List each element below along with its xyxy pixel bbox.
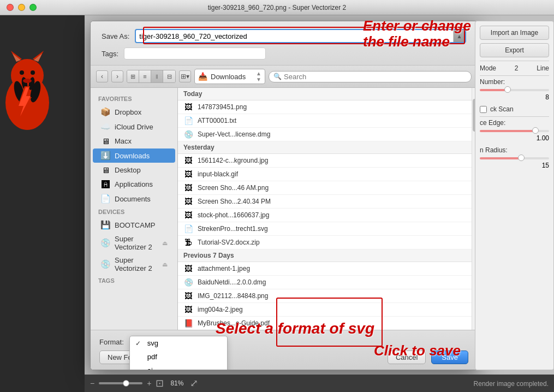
ckscan-row: ck Scan: [480, 105, 549, 113]
cancel-button[interactable]: Cancel: [388, 351, 426, 364]
cover-flow-button[interactable]: ⊟: [163, 70, 175, 82]
location-selector[interactable]: 📥 Downloads ▲▼: [194, 69, 265, 84]
number-label: Number:: [480, 78, 505, 86]
window-controls[interactable]: [7, 4, 37, 11]
format-option-svg[interactable]: ✓ svg: [130, 336, 227, 350]
tags-label: Tags:: [102, 50, 118, 58]
sidebar-item-label: Downloads: [115, 152, 150, 160]
file-name: attachment-1.jpeg: [198, 265, 250, 272]
format-option-label: ai: [147, 366, 153, 370]
cedge-slider-track[interactable]: [480, 130, 549, 132]
number-slider-thumb[interactable]: [504, 86, 511, 93]
status-text: Render image completed.: [474, 380, 549, 388]
file-item[interactable]: 🗜 Tutorial-SV2.docx.zip: [178, 236, 472, 250]
mode-label: Mode: [480, 64, 496, 72]
nradius-slider-thumb[interactable]: [518, 155, 525, 161]
expand-path-button[interactable]: ▲: [453, 30, 465, 42]
file-item[interactable]: 🖼 Screen Sho...2.40.34 PM: [178, 195, 472, 209]
tags-input[interactable]: [124, 47, 266, 60]
export-button[interactable]: Export: [480, 43, 549, 57]
macx-icon: 🖥: [100, 136, 110, 146]
file-item[interactable]: 🖼 stock-phot...1660637.jpg: [178, 209, 472, 222]
sidebar-item-documents[interactable]: 📄 Documents: [93, 192, 175, 206]
sidebar-item-label: Desktop: [115, 166, 141, 174]
file-item[interactable]: 📕 MyBrushes...c-Guide.pdf: [178, 317, 472, 330]
zoom-plus-button[interactable]: +: [147, 379, 151, 388]
save-dialog: Save As: ▲ Tags: ‹ › ⊞ ≡ ⫴: [90, 21, 478, 370]
sidebar-item-downloads[interactable]: ⬇️ Downloads: [93, 149, 175, 163]
maximize-button[interactable]: [29, 4, 37, 11]
save-as-input[interactable]: [136, 30, 453, 42]
sidebar-item-macx[interactable]: 🖥 Macx: [93, 134, 175, 148]
disk-icon-2: 💿: [100, 259, 110, 269]
column-view-button[interactable]: ⫴: [151, 70, 163, 82]
svg-point-7: [31, 70, 35, 75]
save-button[interactable]: Save: [431, 351, 468, 364]
number-slider-track[interactable]: [480, 89, 549, 91]
file-item[interactable]: 🖼 input-black.gif: [178, 168, 472, 181]
file-name: Screen Sho...2.40.34 PM: [198, 198, 271, 205]
search-input[interactable]: [284, 73, 467, 81]
sidebar-item-sv2-2[interactable]: 💿 Super Vectorizer 2 ⏏: [93, 254, 175, 275]
file-item[interactable]: 🖼 IMG_02112...84848.png: [178, 289, 472, 303]
format-option-label: svg: [147, 339, 158, 347]
file-icon: 🖼: [183, 183, 193, 192]
eject-icon[interactable]: ⏏: [162, 240, 168, 247]
file-name: 1478739451.png: [198, 103, 247, 111]
file-name: ATT00001.txt: [198, 117, 236, 124]
file-item[interactable]: 📄 StrekenPro...trecht1.svg: [178, 222, 472, 236]
sidebar-item-desktop[interactable]: 🖥 Desktop: [93, 163, 175, 177]
sidebar-item-applications[interactable]: 🅰 Applications: [93, 177, 175, 191]
fullscreen-button[interactable]: ⤢: [190, 377, 198, 389]
zoom-slider-thumb[interactable]: [123, 380, 129, 387]
file-item[interactable]: 🖼 attachment-1.jpeg: [178, 262, 472, 276]
format-option-ai[interactable]: ai: [130, 364, 227, 370]
eject-icon-2[interactable]: ⏏: [162, 261, 168, 268]
file-name: IMG_02112...84848.png: [198, 292, 268, 300]
file-item[interactable]: 🖼 1561142-c...kground.jpg: [178, 154, 472, 168]
title-bar: tiger-309218_960_720.png - Super Vectori…: [0, 0, 554, 15]
sidebar-item-bootcamp[interactable]: 💾 BOOTCAMP: [93, 218, 175, 232]
location-chevron-icon: ▲▼: [256, 70, 261, 82]
sidebar-item-dropbox[interactable]: 📦 Dropbox: [93, 105, 175, 119]
save-as-input-wrapper[interactable]: ▲: [135, 29, 466, 43]
bottom-bar: − + ⊡ 81% ⤢ Render image completed.: [85, 375, 554, 392]
zoom-slider[interactable]: [99, 382, 142, 384]
back-button[interactable]: ‹: [96, 70, 108, 82]
zoom-fit-button[interactable]: ⊡: [156, 377, 164, 389]
app-container: Save As: ▲ Tags: ‹ › ⊞ ≡ ⫴: [0, 15, 554, 392]
icon-view-button[interactable]: ⊞: [127, 70, 139, 82]
file-name: Screen Sho...46 AM.png: [198, 184, 269, 192]
nradius-slider-track[interactable]: [480, 157, 549, 159]
format-option-label: pdf: [147, 353, 157, 361]
sidebar-item-icloud[interactable]: ☁️ iCloud Drive: [93, 120, 175, 134]
file-item[interactable]: 💿 BaiduNetdi....2.0.0.dmg: [178, 276, 472, 289]
zoom-minus-button[interactable]: −: [90, 379, 94, 388]
downloads-icon: ⬇️: [100, 151, 110, 161]
file-item[interactable]: 📄 ATT00001.txt: [178, 114, 472, 128]
dropbox-icon: 📦: [100, 107, 110, 117]
file-icon: 🗜: [183, 238, 193, 247]
search-box[interactable]: 🔍: [269, 71, 472, 82]
file-item[interactable]: 🖼 Screen Sho...46 AM.png: [178, 181, 472, 195]
ckscan-checkbox[interactable]: [480, 106, 487, 113]
tags-label: Tags: [91, 275, 177, 286]
file-item[interactable]: 💿 Super-Vect...license.dmg: [178, 128, 472, 141]
cedge-slider-thumb[interactable]: [532, 127, 539, 134]
file-item[interactable]: 🖼 1478739451.png: [178, 100, 472, 114]
arrange-button[interactable]: ⊞▾: [179, 70, 191, 82]
close-button[interactable]: [7, 4, 14, 11]
minimize-button[interactable]: [18, 4, 25, 11]
nradius-slider: 15: [480, 157, 549, 169]
forward-button[interactable]: ›: [111, 70, 123, 82]
format-option-pdf[interactable]: pdf: [130, 350, 227, 364]
applications-icon: 🅰: [100, 180, 110, 189]
file-icon: 💿: [183, 278, 193, 287]
sidebar-item-sv2-1[interactable]: 💿 Super Vectorizer 2 ⏏: [93, 233, 175, 253]
file-item[interactable]: 🖼 img004a-2.jpeg: [178, 303, 472, 317]
tiger-preview: [0, 48, 85, 157]
import-button[interactable]: Import an Image: [480, 26, 549, 40]
file-name: BaiduNetdi....2.0.0.dmg: [198, 278, 266, 286]
format-label: Format:: [99, 336, 124, 346]
list-view-button[interactable]: ≡: [139, 70, 151, 82]
